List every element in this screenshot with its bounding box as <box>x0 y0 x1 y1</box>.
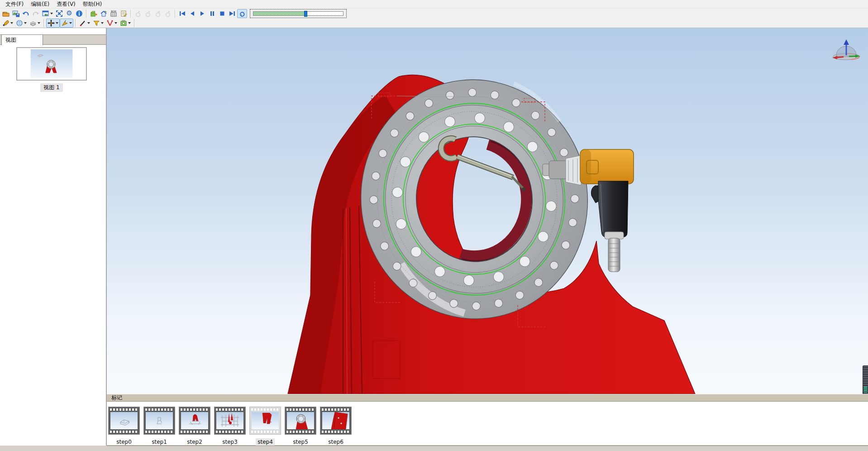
film-sprockets <box>251 408 279 411</box>
svg-text:BOM: BOM <box>111 10 116 13</box>
menu-file[interactable]: 文件(F) <box>2 0 27 9</box>
fit-view-button[interactable] <box>54 9 64 18</box>
go-first-button[interactable] <box>177 9 187 18</box>
dropdown-caret <box>101 22 104 24</box>
step-back-button[interactable] <box>187 9 197 18</box>
step-thumbnail-image <box>252 412 279 429</box>
loop-button[interactable] <box>237 9 247 18</box>
keyframe-button-3[interactable] <box>153 9 163 18</box>
step-thumbnail[interactable] <box>285 407 316 435</box>
step-label-row: step4 <box>249 439 281 445</box>
menu-bar: 文件(F) 编辑(E) 查看(V) 帮助(H) <box>0 0 868 8</box>
pause-button[interactable] <box>207 9 217 18</box>
marks-panel-title: 标记 <box>111 394 122 402</box>
dropdown-caret <box>10 22 13 24</box>
import-window-icon <box>42 10 49 17</box>
save-image-icon <box>12 10 19 17</box>
orientation-compass[interactable] <box>831 37 862 63</box>
orbit-globe-tool-button[interactable] <box>14 19 28 28</box>
film-sprockets <box>216 408 244 411</box>
toolbar-separator <box>130 10 131 18</box>
gear-icon: ⚙ <box>66 10 72 17</box>
step-thumbnail[interactable] <box>214 407 246 435</box>
step-label[interactable]: step3 <box>220 438 239 446</box>
viewport-3d[interactable] <box>107 28 868 394</box>
menu-view[interactable]: 查看(V) <box>53 0 79 9</box>
step-thumbnail[interactable] <box>320 407 352 435</box>
step-thumbnail-selected[interactable] <box>249 407 281 435</box>
view1-label[interactable]: 视图 1 <box>40 83 62 92</box>
keyframe-button-1[interactable] <box>133 9 143 18</box>
step-label[interactable]: step5 <box>291 438 310 446</box>
step-thumbnail[interactable] <box>143 407 175 435</box>
undo-button[interactable] <box>21 9 31 18</box>
view1-thumbnail-image <box>19 49 85 78</box>
views-tabstrip: 视图 <box>0 34 106 45</box>
export-package-icon <box>90 10 97 17</box>
step-label-row: step6 <box>320 439 352 445</box>
side-panel-handle-grip <box>864 387 867 393</box>
tab-views[interactable]: 视图 <box>1 34 43 45</box>
bom-button[interactable]: BOM <box>109 9 119 18</box>
measure-tool-button[interactable] <box>105 19 119 28</box>
stop-icon <box>219 11 225 16</box>
right-column: 标记 step0 <box>107 28 868 451</box>
play-button[interactable] <box>197 9 207 18</box>
dropdown-caret <box>114 22 117 24</box>
view1-thumbnail[interactable] <box>16 47 87 81</box>
notes-button[interactable] <box>119 9 129 18</box>
redo-button[interactable] <box>31 9 41 18</box>
step-label[interactable]: step1 <box>150 438 169 446</box>
toolbar-separator <box>86 10 87 18</box>
timeline-slider[interactable] <box>253 11 343 16</box>
go-last-button[interactable] <box>227 9 237 18</box>
snapshot-tool-button[interactable] <box>119 19 132 28</box>
transform-tool-button[interactable] <box>1 19 14 28</box>
film-sprockets <box>181 408 209 411</box>
stop-button[interactable] <box>217 9 227 18</box>
save-image-button[interactable] <box>11 9 21 18</box>
menu-help[interactable]: 帮助(H) <box>79 0 105 9</box>
move-tool-icon <box>48 19 55 27</box>
film-sprockets <box>110 408 138 411</box>
step-back-icon <box>190 11 195 16</box>
info-icon <box>76 10 83 17</box>
toolbar-separator <box>175 10 176 18</box>
timeline-slider-group <box>250 9 347 18</box>
step-thumbnail[interactable] <box>179 407 210 435</box>
pen-tool-button[interactable] <box>78 19 91 28</box>
step-item-3: step3 <box>214 407 246 445</box>
keyframe-icon <box>164 10 172 17</box>
home-view-button[interactable] <box>99 9 109 18</box>
step-label[interactable]: step2 <box>185 438 204 446</box>
step-label[interactable]: step6 <box>326 438 345 446</box>
export-package-button[interactable] <box>89 9 99 18</box>
home-view-icon <box>100 10 107 17</box>
import-window-button[interactable] <box>41 9 54 18</box>
flag-tool-button[interactable] <box>91 19 105 28</box>
menu-edit[interactable]: 编辑(E) <box>27 0 53 9</box>
film-sprockets <box>322 408 350 411</box>
step-label[interactable]: step4 <box>256 438 275 446</box>
settings-button[interactable]: ⚙ <box>64 9 74 18</box>
step-label[interactable]: step0 <box>114 438 134 446</box>
open-button[interactable] <box>1 9 11 18</box>
keyframe-button-2[interactable] <box>143 9 153 18</box>
move-tool-button[interactable] <box>46 19 60 28</box>
select-arrow-tool-button[interactable] <box>60 19 73 28</box>
view1-label-row: 视图 1 <box>0 83 103 92</box>
step-thumbnail-image <box>110 412 138 429</box>
timeline-slider-handle[interactable] <box>304 11 307 17</box>
views-content: 视图 1 <box>0 45 106 446</box>
step-thumbnail[interactable] <box>108 407 140 435</box>
layers-tool-button[interactable] <box>28 19 42 28</box>
notes-icon <box>120 10 127 17</box>
step-item-1: step1 <box>143 407 175 445</box>
tools-toolbar <box>0 18 868 28</box>
step-item-2: step2 <box>179 407 210 445</box>
keyframe-button-4[interactable] <box>163 9 173 18</box>
info-button[interactable] <box>74 9 84 18</box>
step-thumbnail-image <box>287 412 314 429</box>
side-panel-handle[interactable] <box>863 365 868 394</box>
dropdown-caret <box>69 22 72 24</box>
